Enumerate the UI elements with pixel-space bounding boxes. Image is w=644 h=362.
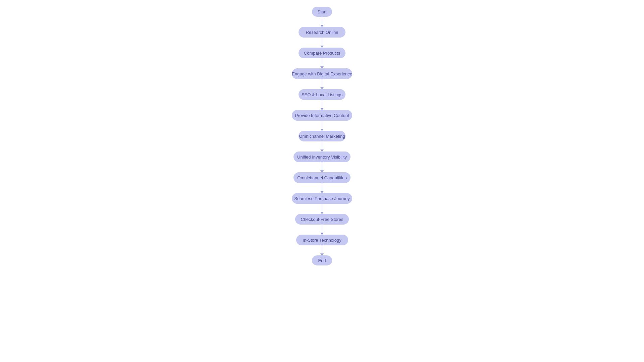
connector-12 bbox=[322, 245, 322, 255]
node-seamless-purchase[interactable]: Seamless Purchase Journey bbox=[292, 193, 352, 204]
connector-11 bbox=[322, 225, 322, 235]
node-unified-inventory[interactable]: Unified Inventory Visibility bbox=[293, 152, 351, 162]
node-engage-digital[interactable]: Engage with Digital Experience bbox=[292, 68, 352, 79]
connector-1 bbox=[322, 17, 322, 27]
node-compare-products[interactable]: Compare Products bbox=[299, 48, 345, 58]
connector-6 bbox=[322, 121, 322, 131]
connector-5 bbox=[322, 100, 322, 110]
node-instore-tech[interactable]: In-Store Technology bbox=[296, 235, 348, 245]
node-seo-local[interactable]: SEO & Local Listings bbox=[299, 89, 345, 100]
node-omnichannel-marketing[interactable]: Omnichannel Marketing bbox=[299, 131, 345, 141]
node-start[interactable]: Start bbox=[312, 7, 332, 17]
connector-7 bbox=[322, 141, 322, 152]
connector-4 bbox=[322, 79, 322, 89]
node-omnichannel-capabilities[interactable]: Omnichannel Capabilities bbox=[293, 172, 351, 183]
connector-8 bbox=[322, 162, 322, 172]
connector-3 bbox=[322, 58, 322, 68]
node-research-online[interactable]: Research Online bbox=[299, 27, 345, 38]
connector-2 bbox=[322, 38, 322, 48]
node-checkout-free[interactable]: Checkout-Free Stores bbox=[295, 214, 349, 225]
flowchart: Start Research Online Compare Products E… bbox=[0, 0, 644, 272]
node-informative-content[interactable]: Provide Informative Content bbox=[292, 110, 352, 121]
node-end[interactable]: End bbox=[312, 255, 332, 265]
connector-9 bbox=[322, 183, 322, 193]
connector-10 bbox=[322, 204, 322, 214]
